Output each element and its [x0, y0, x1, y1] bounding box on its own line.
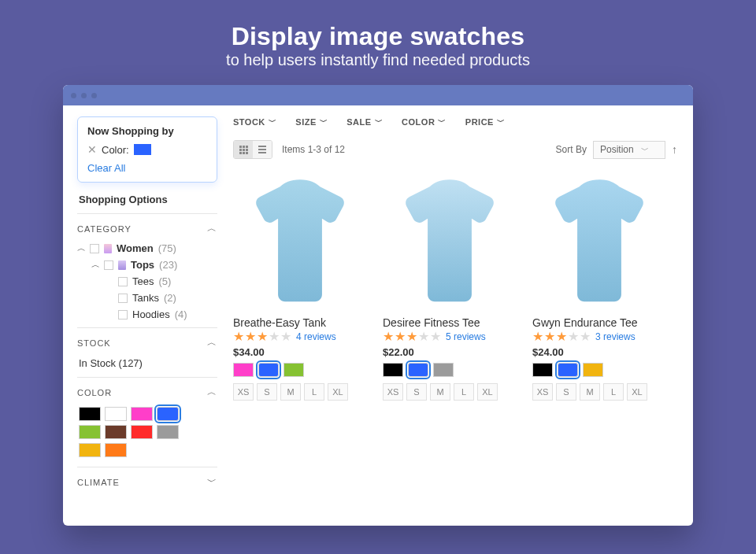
- chevron-up-icon: ︿: [207, 222, 217, 235]
- category-label[interactable]: Women: [117, 242, 154, 254]
- chevron-up-icon: ︿: [207, 386, 217, 399]
- category-label[interactable]: Hoodies: [132, 308, 170, 320]
- category-label[interactable]: Tanks: [132, 292, 159, 304]
- category-label[interactable]: Tops: [131, 259, 154, 271]
- size-option[interactable]: XS: [233, 383, 254, 401]
- color-swatch[interactable]: [105, 425, 127, 439]
- sort-select[interactable]: Position ﹀: [593, 141, 665, 159]
- reviews-link[interactable]: 3 reviews: [595, 331, 636, 342]
- reviews-link[interactable]: 4 reviews: [296, 331, 336, 342]
- filter-head-stock[interactable]: STOCK ︿: [77, 334, 217, 354]
- color-swatch[interactable]: [157, 407, 179, 421]
- sidebar-filters: Now Shopping by ✕ Color: Clear All Shopp…: [63, 105, 225, 526]
- checkbox[interactable]: [104, 260, 113, 270]
- filter-category: CATEGORY ︿ ︿ Women (75) ︿ T: [77, 213, 217, 327]
- product-image: [532, 168, 666, 310]
- filter-attribute-label: Color:: [102, 144, 129, 156]
- filter-dropdown[interactable]: COLOR ﹀: [402, 116, 447, 127]
- size-option[interactable]: S: [556, 383, 576, 401]
- filter-dropdown[interactable]: STOCK ﹀: [233, 116, 276, 127]
- category-count: (2): [164, 292, 176, 304]
- size-option[interactable]: S: [257, 383, 277, 401]
- product-color-swatch[interactable]: [383, 363, 403, 377]
- star-icon: ★: [418, 331, 429, 343]
- color-swatch[interactable]: [105, 407, 127, 421]
- size-option[interactable]: L: [603, 383, 624, 401]
- product-color-swatch[interactable]: [284, 363, 304, 377]
- sort-value: Position: [600, 144, 634, 155]
- product-card[interactable]: Gwyn Endurance Tee★★★★★3 reviews$24.00XS…: [532, 168, 666, 401]
- filter-head-climate[interactable]: CLIMATE ﹀: [77, 474, 217, 493]
- traffic-dot-icon: [71, 93, 76, 98]
- star-rating: ★★★★★: [532, 331, 591, 343]
- product-color-swatch[interactable]: [532, 363, 553, 377]
- product-name[interactable]: Desiree Fitness Tee: [383, 316, 517, 329]
- stock-option[interactable]: In Stock (127): [77, 354, 217, 372]
- color-swatch[interactable]: [79, 425, 101, 439]
- filter-head-category[interactable]: CATEGORY ︿: [77, 220, 217, 240]
- size-option[interactable]: M: [580, 383, 600, 401]
- sort-direction-button[interactable]: ↑: [672, 143, 677, 156]
- browser-window: Now Shopping by ✕ Color: Clear All Shopp…: [63, 85, 693, 526]
- chevron-down-icon: ﹀: [375, 116, 384, 127]
- product-name[interactable]: Gwyn Endurance Tee: [532, 316, 666, 329]
- product-color-swatch[interactable]: [233, 363, 254, 377]
- filter-dropdown[interactable]: SALE ﹀: [346, 116, 383, 127]
- category-tree: ︿ Women (75) ︿ Tops (23): [77, 240, 217, 323]
- filter-dropdown[interactable]: PRICE ﹀: [465, 116, 506, 127]
- size-option[interactable]: XS: [532, 383, 553, 401]
- view-toggle: [233, 140, 272, 159]
- filter-head-color[interactable]: COLOR ︿: [77, 384, 217, 404]
- color-swatch[interactable]: [131, 407, 153, 421]
- product-color-swatch[interactable]: [558, 363, 578, 377]
- rating-row: ★★★★★5 reviews: [383, 331, 517, 343]
- filter-climate: CLIMATE ﹀: [77, 467, 217, 498]
- chevron-up-icon[interactable]: ︿: [77, 242, 85, 254]
- product-color-swatch[interactable]: [258, 363, 279, 377]
- category-count: (23): [159, 259, 177, 271]
- product-image: [383, 168, 517, 310]
- checkbox[interactable]: [90, 244, 99, 253]
- toolbar: Items 1-3 of 12 Sort By Position ﹀ ↑: [233, 140, 677, 164]
- list-view-button[interactable]: [253, 141, 272, 158]
- color-swatch[interactable]: [131, 425, 153, 439]
- size-option[interactable]: M: [280, 383, 301, 401]
- grid-icon: [239, 146, 248, 154]
- size-option[interactable]: XL: [627, 383, 647, 401]
- rating-row: ★★★★★4 reviews: [233, 331, 367, 343]
- product-grid: Breathe-Easy Tank★★★★★4 reviews$34.00XSS…: [233, 168, 677, 401]
- product-color-swatch[interactable]: [433, 363, 454, 377]
- size-option[interactable]: XS: [383, 383, 403, 401]
- sort-by-label: Sort By: [556, 144, 587, 155]
- category-thumb-icon: [118, 260, 126, 270]
- category-label[interactable]: Tees: [132, 275, 154, 287]
- grid-view-button[interactable]: [234, 141, 253, 158]
- product-card[interactable]: Breathe-Easy Tank★★★★★4 reviews$34.00XSS…: [233, 168, 367, 401]
- size-option[interactable]: XL: [328, 383, 348, 401]
- filter-dropdown[interactable]: SIZE ﹀: [295, 116, 328, 127]
- product-price: $34.00: [233, 346, 367, 358]
- remove-filter-icon[interactable]: ✕: [87, 143, 97, 156]
- size-option[interactable]: S: [406, 383, 427, 401]
- color-swatch[interactable]: [157, 425, 179, 439]
- clear-all-link[interactable]: Clear All: [87, 162, 207, 174]
- product-color-swatch[interactable]: [408, 363, 428, 377]
- size-option[interactable]: L: [304, 383, 324, 401]
- size-option[interactable]: M: [430, 383, 450, 401]
- color-swatch[interactable]: [79, 407, 101, 421]
- checkbox[interactable]: [118, 277, 128, 286]
- color-swatch[interactable]: [105, 443, 127, 457]
- star-icon: ★: [257, 331, 268, 343]
- checkbox[interactable]: [118, 310, 128, 319]
- reviews-link[interactable]: 5 reviews: [446, 331, 486, 342]
- product-card[interactable]: Desiree Fitness Tee★★★★★5 reviews$22.00X…: [383, 168, 517, 401]
- checkbox[interactable]: [118, 294, 128, 303]
- chevron-up-icon[interactable]: ︿: [91, 259, 99, 271]
- size-option[interactable]: XL: [477, 383, 498, 401]
- star-rating: ★★★★★: [383, 331, 441, 343]
- filter-head-label: CLIMATE: [77, 478, 120, 487]
- color-swatch[interactable]: [79, 443, 101, 457]
- product-color-swatch[interactable]: [583, 363, 603, 377]
- size-option[interactable]: L: [454, 383, 474, 401]
- product-name[interactable]: Breathe-Easy Tank: [233, 316, 367, 329]
